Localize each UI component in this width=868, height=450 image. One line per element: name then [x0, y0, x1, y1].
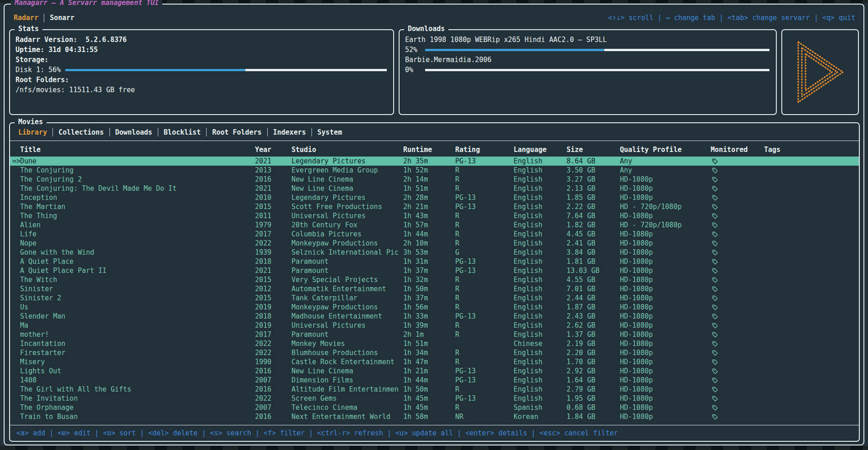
- cell-language: English: [514, 239, 567, 247]
- cell-year: 2021: [255, 184, 291, 193]
- table-row[interactable]: The Conjuring 2 2016 New Line Cinema 2h …: [10, 175, 859, 184]
- monitored-tag-icon: [711, 212, 764, 220]
- table-row[interactable]: Sinister 2 2015 Tank Caterpillar 1h 37m …: [10, 293, 859, 303]
- cell-studio: New Line Cinema: [291, 184, 403, 193]
- cell-size: 7.01 GB: [567, 285, 620, 293]
- table-row[interactable]: The Invitation 2022 Screen Gems 1h 45m P…: [10, 394, 859, 403]
- table-row[interactable]: Gone with the Wind 1939 Selznick Interna…: [10, 248, 859, 257]
- movies-tab[interactable]: Collections: [53, 128, 109, 136]
- table-row[interactable]: Inception 2010 Legendary Pictures 2h 28m…: [10, 193, 859, 202]
- movies-tab[interactable]: Library: [13, 128, 53, 136]
- cell-rating: PG-13: [455, 257, 514, 266]
- cell-language: English: [514, 166, 567, 174]
- cell-title: A Quiet Place Part II: [20, 267, 255, 275]
- monitored-tag-icon: [711, 330, 764, 339]
- table-row[interactable]: The Martian 2015 Scott Free Productions …: [10, 202, 859, 211]
- table-row[interactable]: A Quiet Place Part II 2021 Paramount 1h …: [10, 266, 859, 275]
- monitored-tag-icon: [711, 230, 764, 238]
- cell-size: 2.41 GB: [567, 239, 620, 247]
- cell-language: Chinese: [514, 340, 567, 348]
- table-row[interactable]: Lights Out 2016 New Line Cinema 1h 21m P…: [10, 366, 859, 376]
- cell-studio: Next Entertainment World: [291, 413, 403, 421]
- table-row[interactable]: Ma 2019 Universal Pictures 1h 39m R Engl…: [10, 321, 859, 330]
- movies-tab[interactable]: Downloads: [110, 128, 158, 136]
- cell-runtime: 1h 51m: [403, 340, 455, 348]
- table-row[interactable]: A Quiet Place 2018 Paramount 1h 31m PG-1…: [10, 257, 859, 266]
- cell-studio: Altitude Film Entertainmen: [291, 385, 403, 393]
- table-row[interactable]: The Girl with All the Gifts 2016 Altitud…: [10, 385, 859, 394]
- tab-divider: [44, 14, 44, 22]
- cell-studio: Monkeypaw Productions: [291, 303, 403, 311]
- cell-quality-profile: HD-1080p: [620, 321, 711, 330]
- cell-rating: R: [455, 239, 514, 247]
- cell-title: Us: [20, 303, 255, 311]
- table-row[interactable]: The Conjuring 2013 Evergreen Media Group…: [10, 166, 859, 175]
- cell-size: 1.87 GB: [567, 303, 620, 311]
- cell-quality-profile: HD-1080p: [620, 376, 711, 384]
- cell-studio: 20th Century Fox: [291, 221, 403, 229]
- table-row[interactable]: Firestarter 2022 Blumhouse Productions 1…: [10, 348, 859, 357]
- cell-runtime: 1h 50m: [403, 385, 455, 393]
- movies-tab[interactable]: Root Folders: [207, 128, 267, 136]
- monitored-tag-icon: [711, 203, 764, 211]
- table-row[interactable]: Sinister 2012 Automatik Entertainment 1h…: [10, 284, 859, 293]
- column-header-language: Language: [514, 146, 567, 154]
- cell-quality-profile: HD-1080p: [620, 285, 711, 293]
- table-row[interactable]: Alien 1979 20th Century Fox 1h 57m R Eng…: [10, 220, 859, 230]
- table-row[interactable]: 1408 2007 Dimension Films 1h 44m PG-13 E…: [10, 376, 859, 385]
- table-row[interactable]: Slender Man 2018 Madhouse Entertainment …: [10, 312, 859, 321]
- table-row[interactable]: Life 2017 Columbia Pictures 1h 44m R Eng…: [10, 230, 859, 239]
- column-header-tags: Tags: [764, 146, 859, 154]
- movies-table-header: Title Year Studio Runtime Rating Languag…: [10, 141, 859, 156]
- table-row[interactable]: Nope 2022 Monkeypaw Productions 2h 10m R…: [10, 239, 859, 248]
- cell-studio: Telecinco Cinema: [291, 403, 403, 412]
- table-row[interactable]: Us 2019 Monkeypaw Productions 1h 56m R E…: [10, 303, 859, 312]
- tab-sonarr[interactable]: Sonarr: [50, 14, 74, 22]
- cell-title: Firestarter: [20, 349, 255, 357]
- monitored-tag-icon: [711, 267, 764, 275]
- cell-language: English: [514, 330, 567, 339]
- cell-studio: Legendary Pictures: [291, 157, 403, 165]
- cell-language: English: [514, 285, 567, 293]
- movies-tab[interactable]: Blocklist: [158, 128, 207, 136]
- cell-quality-profile: HD-1080p: [620, 413, 711, 421]
- cell-quality-profile: HD-1080p: [620, 385, 711, 393]
- table-row[interactable]: mother! 2017 Paramount 2h 1m R English 1…: [10, 330, 859, 339]
- cell-year: 2016: [255, 413, 291, 421]
- cell-rating: R: [455, 349, 514, 357]
- cell-language: English: [514, 358, 567, 366]
- cell-studio: New Line Cinema: [291, 367, 403, 375]
- cell-year: 2013: [255, 166, 291, 174]
- cell-rating: PG-13: [455, 267, 514, 275]
- cell-size: 2.44 GB: [567, 294, 620, 302]
- cell-language: Korean: [514, 413, 567, 421]
- cell-runtime: 1h 45m: [403, 403, 455, 412]
- table-row[interactable]: The Witch 2015 Very Special Projects 1h …: [10, 275, 859, 284]
- table-row[interactable]: The Conjuring: The Devil Made Me Do It 2…: [10, 184, 859, 193]
- cell-language: English: [514, 294, 567, 302]
- table-row[interactable]: Incantation 2022 Monkey Movies 1h 51m Ch…: [10, 339, 859, 348]
- table-row[interactable]: => Dune 2021 Legendary Pictures 2h 35m P…: [10, 157, 859, 166]
- cell-studio: Legendary Pictures: [291, 194, 403, 202]
- cell-rating: G: [455, 248, 514, 256]
- cell-title: The Orphanage: [20, 403, 255, 412]
- table-row[interactable]: The Thing 2011 Universal Pictures 1h 43m…: [10, 211, 859, 220]
- cell-rating: R: [455, 294, 514, 302]
- cell-size: 1.85 GB: [567, 194, 620, 202]
- logo-panel: [781, 29, 859, 115]
- cell-runtime: 1h 56m: [403, 303, 455, 311]
- cell-size: 13.03 GB: [567, 267, 620, 275]
- cell-size: 1.84 GB: [567, 413, 620, 421]
- cell-size: 4.45 GB: [567, 230, 620, 238]
- cell-quality-profile: HD-1080p: [620, 367, 711, 375]
- cell-title: Nope: [20, 239, 255, 247]
- cell-studio: Screen Gems: [291, 394, 403, 403]
- table-row[interactable]: Misery 1990 Castle Rock Entertainment 1h…: [10, 357, 859, 366]
- movies-tab[interactable]: System: [312, 128, 348, 136]
- tab-radarr[interactable]: Radarr: [14, 14, 38, 22]
- movies-tab[interactable]: Indexers: [268, 128, 312, 136]
- cell-year: 1979: [255, 221, 291, 229]
- table-row[interactable]: Train to Busan 2016 Next Entertainment W…: [10, 412, 859, 421]
- table-row[interactable]: The Orphanage 2007 Telecinco Cinema 1h 4…: [10, 403, 859, 412]
- uptime: Uptime: 31d 04:31:55: [16, 45, 387, 55]
